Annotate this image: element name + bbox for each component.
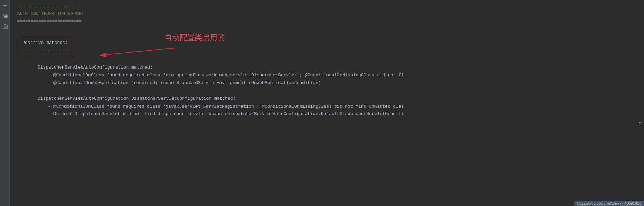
- positive-matches-box: Positive matches: -----------------: [17, 37, 73, 56]
- code-block: DispatcherServletAutoConfiguration match…: [17, 64, 637, 118]
- code-line-3: - @ConditionalOnWebApplication (required…: [17, 79, 637, 87]
- separator-top: ========================: [17, 3, 637, 11]
- toolbar: [0, 0, 10, 206]
- code-line-1: DispatcherServletAutoConfiguration match…: [17, 64, 637, 72]
- code-line-6: - Default DispatcherServlet did not find…: [17, 110, 637, 118]
- svg-rect-2: [4, 14, 7, 15]
- print-icon[interactable]: [1, 12, 9, 20]
- code-line-4: DispatcherServletAutoConfiguration.Dispa…: [17, 95, 637, 103]
- positive-matches-label: Positive matches:: [22, 39, 68, 47]
- annotation-text: 自动配置类启用的: [165, 33, 225, 43]
- svg-line-13: [106, 48, 175, 55]
- separator-bottom: ========================: [17, 18, 637, 25]
- minimize-icon[interactable]: [1, 2, 9, 10]
- report-title: AUTO-CONFIGURATION REPORT: [17, 11, 637, 18]
- code-line-2: - @ConditionalOnClass found required cla…: [17, 72, 637, 80]
- svg-rect-3: [4, 16, 7, 17]
- code-line-blank: [17, 87, 637, 95]
- code-line-5: - @ConditionalOnClass found required cla…: [17, 103, 637, 111]
- positive-matches-dashes: -----------------: [22, 47, 68, 54]
- report-header: ======================== AUTO-CONFIGURAT…: [17, 3, 637, 25]
- fi-suffix-text: fi: [638, 122, 644, 127]
- url-bar: https://blog.csdn.net/weixin_43691058: [574, 201, 644, 206]
- main-content: ======================== AUTO-CONFIGURAT…: [10, 0, 644, 206]
- trash-icon[interactable]: [1, 23, 9, 30]
